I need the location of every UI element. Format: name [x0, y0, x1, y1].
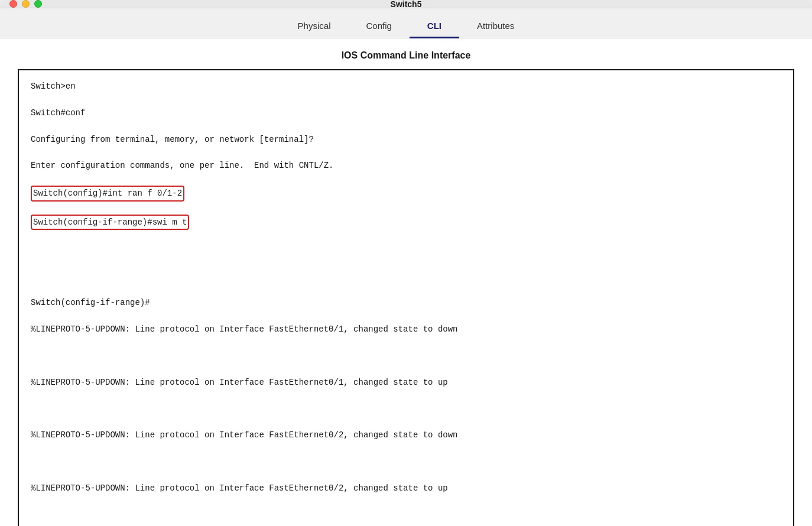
terminal-line [31, 402, 781, 415]
terminal-line: Switch>en [31, 80, 781, 93]
close-button[interactable] [9, 0, 17, 8]
tab-cli[interactable]: CLI [410, 15, 459, 38]
terminal-line: Enter configuration commands, one per li… [31, 159, 781, 172]
window: Switch5 Physical Config CLI Attributes I… [0, 0, 812, 526]
terminal-line: Switch(config)#int ran f 0/1-2 [31, 186, 781, 201]
terminal-line: %LINEPROTO-5-UPDOWN: Line protocol on In… [31, 323, 781, 336]
terminal-line [31, 243, 781, 256]
terminal-line [31, 455, 781, 468]
terminal-line: %LINEPROTO-5-UPDOWN: Line protocol on In… [31, 428, 781, 441]
terminal-line: %LINEPROTO-5-UPDOWN: Line protocol on In… [31, 482, 781, 495]
terminal-line: Switch(config-if-range)#swi m t [31, 215, 781, 230]
terminal-line: %LINEPROTO-5-UPDOWN: Line protocol on In… [31, 376, 781, 389]
maximize-button[interactable] [34, 0, 42, 8]
terminal-line: Switch(config-if-range)# [31, 296, 781, 309]
content-area: IOS Command Line Interface Switch>enSwit… [0, 38, 812, 526]
terminal-line: Configuring from terminal, memory, or ne… [31, 133, 781, 146]
minimize-button[interactable] [22, 0, 30, 8]
tabs-bar: Physical Config CLI Attributes [0, 8, 812, 38]
highlighted-command: Switch(config)#int ran f 0/1-2 [31, 186, 184, 201]
window-title: Switch5 [391, 0, 422, 9]
tab-attributes[interactable]: Attributes [459, 15, 532, 38]
tab-physical[interactable]: Physical [280, 15, 349, 38]
terminal-line [31, 270, 781, 283]
highlighted-command: Switch(config-if-range)#swi m t [31, 215, 189, 230]
terminal-line [31, 349, 781, 362]
section-title: IOS Command Line Interface [18, 50, 794, 61]
terminal-line [31, 508, 781, 521]
terminal-line: Switch#conf [31, 106, 781, 119]
tab-config[interactable]: Config [348, 15, 409, 38]
traffic-lights [9, 0, 42, 8]
titlebar: Switch5 [0, 0, 812, 8]
terminal[interactable]: Switch>enSwitch#confConfiguring from ter… [18, 69, 794, 526]
